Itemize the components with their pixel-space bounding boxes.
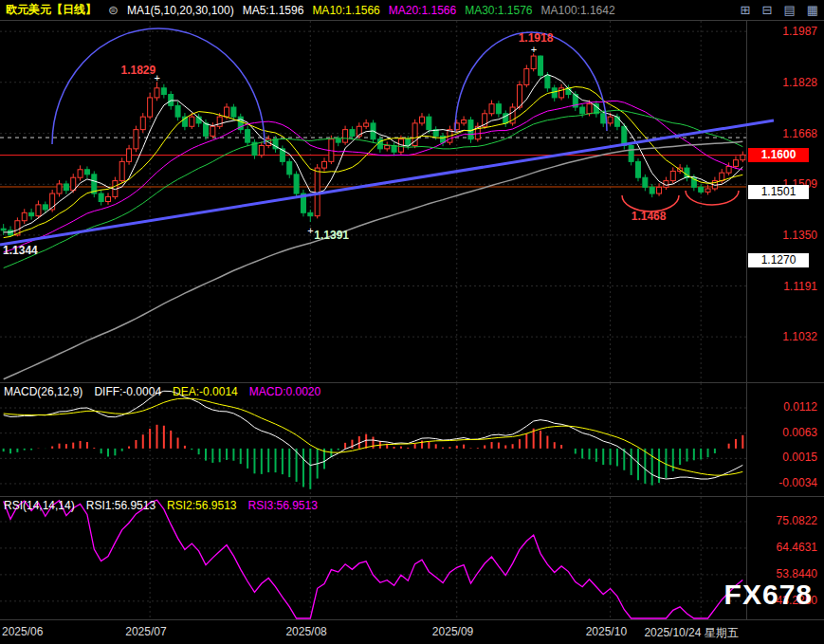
rsi3-value: RSI3:56.9513 xyxy=(248,499,318,512)
candlestick-chart[interactable] xyxy=(0,21,746,382)
ma100-line xyxy=(4,141,743,378)
split-panel-icon[interactable]: ⊟ xyxy=(762,3,773,17)
ma30-value: MA30:1.1576 xyxy=(465,4,532,17)
axis-label: 1.1032 xyxy=(782,330,817,343)
date-axis[interactable]: 2025/062025/072025/082025/092025/102025/… xyxy=(0,619,824,644)
header-bar: 欧元美元【日线】 ⊜ MA1(5,10,20,30,100) MA5:1.159… xyxy=(0,0,824,21)
macd-value: MACD:0.0020 xyxy=(249,385,320,398)
date-tick-label: 2025/07 xyxy=(125,625,166,638)
ma10-line xyxy=(4,87,743,238)
axis-label: 64.4631 xyxy=(777,541,817,554)
date-tick-label: 2025/06 xyxy=(2,625,43,638)
add-panel-icon[interactable]: ⊞ xyxy=(741,3,751,17)
ma10-value: MA10:1.1566 xyxy=(312,4,379,17)
date-tick-label: 2025/08 xyxy=(285,625,326,638)
axis-label: 0.0015 xyxy=(782,451,817,464)
main-chart-panel[interactable] xyxy=(0,21,824,382)
current-price-marker: 1.1600 xyxy=(748,148,809,162)
layout-panel-icon[interactable]: ▦ xyxy=(807,3,818,17)
axis-label: 1.1987 xyxy=(782,25,817,38)
axis-label: 0.0063 xyxy=(782,426,817,439)
rsi2-value: RSI2:56.9513 xyxy=(167,499,236,512)
rsi-line xyxy=(4,500,743,618)
symbol-title[interactable]: 欧元美元【日线】 xyxy=(6,2,97,18)
macd-dea-value: DEA:-0.0014 xyxy=(173,385,238,398)
axis-label: 1.1828 xyxy=(782,76,817,89)
rsi-panel[interactable]: RSI(14,14,14) RSI1:56.9513 RSI2:56.9513 … xyxy=(0,496,824,620)
axis-label: 1.1350 xyxy=(782,229,817,242)
ma20-value: MA20:1.1566 xyxy=(389,4,456,17)
ma-group-label: MA1(5,10,20,30,100) xyxy=(127,4,234,17)
rsi-label: RSI(14,14,14) xyxy=(4,499,75,512)
ma5-value: MA5:1.1596 xyxy=(243,4,304,17)
macd-panel[interactable]: MACD(26,12,9) DIFF:-0.0004 DEA:-0.0014 M… xyxy=(0,382,824,497)
axis-label: 1.1191 xyxy=(783,280,817,293)
grid-panel-icon[interactable]: ▤ xyxy=(783,3,795,17)
rsi1-value: RSI1:56.9513 xyxy=(86,499,156,512)
symbol-settings-icon[interactable]: ⊜ xyxy=(108,3,119,17)
macd-label: MACD(26,12,9) xyxy=(4,385,82,398)
main-gridlines xyxy=(0,21,746,382)
axis-label: 75.0822 xyxy=(777,514,817,527)
rsi-header: RSI(14,14,14) RSI1:56.9513 RSI2:56.9513 … xyxy=(4,499,318,512)
macd-header: MACD(26,12,9) DIFF:-0.0004 DEA:-0.0014 M… xyxy=(4,385,320,398)
rsi-chart[interactable] xyxy=(0,497,746,620)
ma100-value: MA100:1.1642 xyxy=(541,4,615,17)
macd-chart[interactable] xyxy=(0,383,746,497)
price-level-marker[interactable]: 1.1270 xyxy=(748,253,809,267)
date-tick-label: 2025/10/24 星期五 xyxy=(644,625,738,641)
date-tick-label: 2025/09 xyxy=(432,625,473,638)
axis-label: 1.1668 xyxy=(782,127,817,140)
price-axis[interactable]: 1.19871.18281.16681.15091.13501.11911.10… xyxy=(747,0,824,644)
watermark: FX678 xyxy=(724,579,813,611)
axis-label: -0.0034 xyxy=(778,476,817,489)
date-tick-label: 2025/10 xyxy=(586,625,627,638)
candles xyxy=(1,53,745,237)
macd-diff-value: DIFF:-0.0004 xyxy=(94,385,161,398)
price-level-marker[interactable]: 1.1501 xyxy=(748,185,809,199)
axis-label: 0.0112 xyxy=(783,400,817,414)
